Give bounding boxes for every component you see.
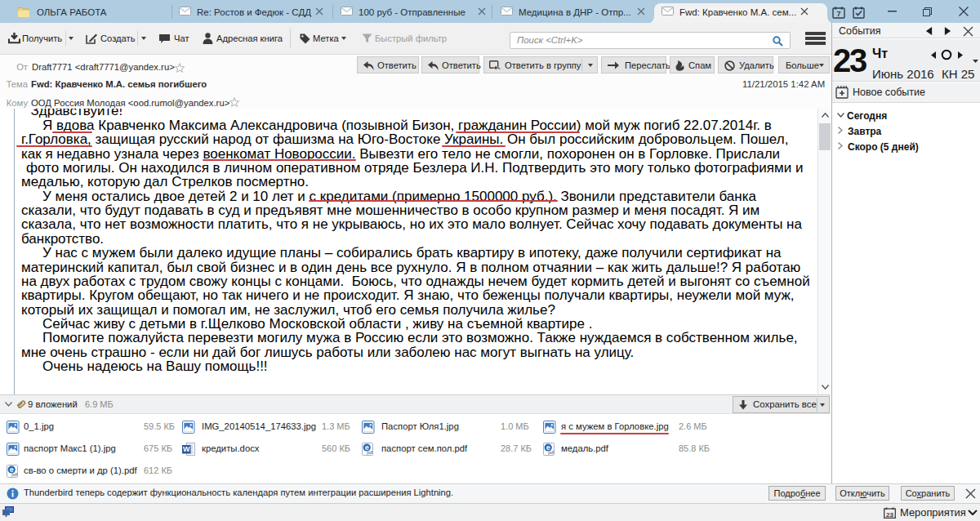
svg-text:7: 7 <box>836 10 840 18</box>
svg-text:23: 23 <box>886 511 893 519</box>
